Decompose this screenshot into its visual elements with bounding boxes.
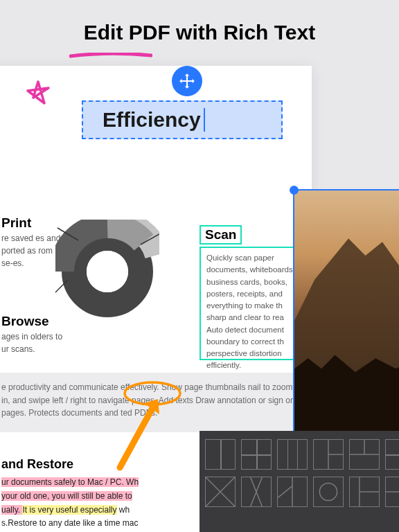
layout-tri[interactable] bbox=[277, 477, 308, 507]
text-edit-box[interactable]: Efficiency bbox=[82, 100, 283, 139]
browse-heading: Browse bbox=[1, 314, 49, 329]
scan-heading[interactable]: Scan bbox=[200, 225, 242, 245]
layout-2row[interactable] bbox=[385, 439, 399, 470]
layout-diag2[interactable] bbox=[241, 477, 272, 507]
page-headline: Edit PDF with Rich Text bbox=[0, 0, 399, 50]
layout-panel bbox=[200, 431, 399, 532]
star-annotation bbox=[19, 78, 57, 116]
restore-heading: and Restore bbox=[1, 457, 73, 472]
layout-mix2[interactable] bbox=[385, 477, 399, 507]
layout-3col[interactable] bbox=[277, 439, 308, 470]
text-cursor bbox=[204, 108, 206, 132]
layout-grid[interactable] bbox=[241, 439, 272, 470]
layout-circle[interactable] bbox=[313, 477, 344, 507]
resize-handle-tl[interactable] bbox=[290, 186, 299, 195]
svg-point-18 bbox=[319, 483, 337, 500]
scan-text-selection[interactable]: Quickly scan paper documents, whiteboard… bbox=[200, 247, 303, 360]
move-handle-icon[interactable] bbox=[172, 66, 202, 96]
highlighted-text: ur documents safely to Mac / PC. Wh your… bbox=[1, 476, 195, 532]
print-heading: Print bbox=[1, 215, 31, 231]
paragraph-band: e productivity and communicate effective… bbox=[0, 373, 312, 432]
inserted-image[interactable] bbox=[293, 189, 399, 445]
headline-underline bbox=[69, 53, 152, 60]
browse-text: ages in olders to ur scans. bbox=[1, 330, 64, 355]
svg-point-1 bbox=[87, 251, 128, 292]
layout-2col[interactable] bbox=[205, 439, 236, 470]
layout-collage1[interactable] bbox=[313, 439, 344, 470]
donut-chart bbox=[55, 220, 159, 323]
layout-collage2[interactable] bbox=[349, 439, 380, 470]
layout-diag1[interactable] bbox=[205, 477, 236, 507]
print-text: re saved es and ported as rom se-es. bbox=[1, 232, 64, 269]
edit-text: Efficiency bbox=[103, 108, 201, 132]
svg-line-17 bbox=[278, 486, 292, 498]
layout-mix1[interactable] bbox=[349, 477, 380, 507]
